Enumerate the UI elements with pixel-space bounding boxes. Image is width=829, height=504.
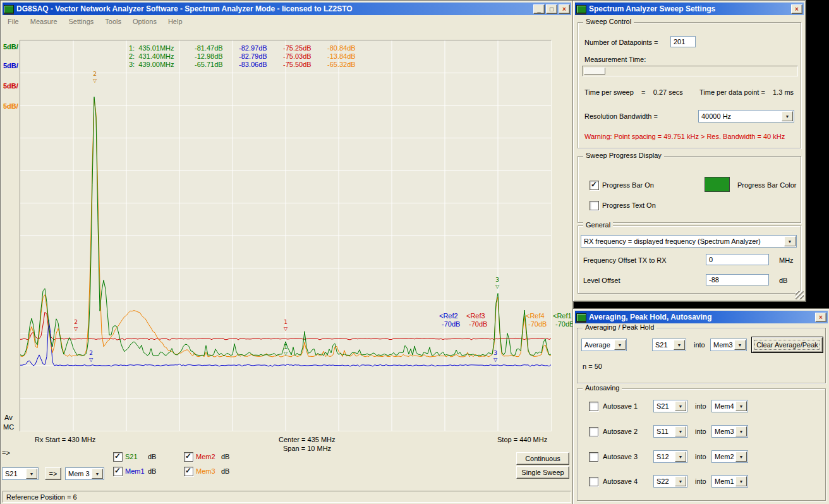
close-icon[interactable]: × <box>815 313 826 322</box>
marker-value: -65.71dB <box>195 61 239 68</box>
autosave-2-target-dropdown[interactable]: Mem3 ▼ <box>711 425 748 438</box>
autosave-4-source-dropdown[interactable]: S22 ▼ <box>653 475 687 488</box>
svg-text:2: 2 <box>89 350 93 356</box>
chevron-down-icon: ▼ <box>675 452 686 462</box>
scale-label-mem1: 5dB/ <box>3 62 18 69</box>
assign-button[interactable]: => <box>45 467 61 480</box>
measurement-time-slider[interactable] <box>582 66 798 76</box>
minimize-button[interactable]: _ <box>533 4 545 14</box>
marker-value: -83.06dB <box>239 61 283 68</box>
into-label: into <box>695 453 706 460</box>
average-source-dropdown[interactable]: S21 ▼ <box>652 339 686 351</box>
autosave-1-target-dropdown[interactable]: Mem4 ▼ <box>711 400 748 412</box>
app-icon <box>576 5 586 13</box>
scale-label-mem2: 5dB/ <box>3 82 18 90</box>
spectrum-plot[interactable]: 2▽2▽2▽1▽1▽3▽3▽ 1: 435.01MHz -81.47dB -82… <box>20 40 552 431</box>
sweep-progress-group: Sweep Progress Display Progress Bar On P… <box>578 156 801 223</box>
scale-label-mem3: 5dB/ <box>3 102 18 110</box>
sweep-window-title: Spectrum Analyzer Sweep Settings <box>589 4 790 13</box>
level-offset-unit: dB <box>779 277 787 284</box>
level-offset-input[interactable]: -88 <box>706 274 769 285</box>
rbw-label: Resolution Bandwidth = <box>584 112 658 120</box>
menu-tools[interactable]: Tools <box>105 18 121 25</box>
mem3-unit-label: dB <box>221 467 229 475</box>
close-icon[interactable]: × <box>791 4 802 14</box>
progress-text-on-checkbox[interactable] <box>590 201 599 210</box>
clear-average-button[interactable]: Clear Average/Peak <box>752 337 823 352</box>
app-icon <box>4 5 14 13</box>
menu-file[interactable]: File <box>8 18 19 25</box>
mem3-checkbox[interactable] <box>184 467 193 476</box>
sweep-titlebar[interactable]: Spectrum Analyzer Sweep Settings × <box>575 3 804 15</box>
svg-text:▽: ▽ <box>93 78 97 83</box>
ref-name: <Ref3 <box>466 312 499 320</box>
marker-freq: 2: 431.40MHz <box>129 52 195 60</box>
svg-text:▽: ▽ <box>493 357 498 363</box>
autosave-2-label: Autosave 2 <box>603 428 638 435</box>
s21-checkbox-label: S21 <box>125 453 138 460</box>
menu-settings[interactable]: Settings <box>69 18 94 25</box>
menu-help[interactable]: Help <box>168 18 183 25</box>
autosave-2-source-dropdown[interactable]: S11 ▼ <box>653 425 687 438</box>
progress-bar-on-checkbox[interactable] <box>590 181 599 190</box>
slider-thumb[interactable] <box>584 68 605 75</box>
autosave-3-target-dropdown[interactable]: Mem2 ▼ <box>711 450 748 463</box>
marker-value: -75.50dB <box>283 61 327 68</box>
clear-average-label: Clear Average/Peak <box>756 341 818 349</box>
chevron-down-icon: ▼ <box>675 476 686 486</box>
measurement-time-label: Measurement Time: <box>584 56 646 63</box>
frequency-offset-input[interactable]: 0 <box>706 254 769 265</box>
svg-text:2: 2 <box>74 319 78 325</box>
rx-frequency-dropdown[interactable]: RX frequency = displayed frequency (Spec… <box>581 235 797 248</box>
svg-text:▽: ▽ <box>495 284 500 289</box>
group-label: Sweep Progress Display <box>583 152 664 159</box>
ref-label-mem2: <Ref3 -70dB <box>466 312 499 328</box>
average-mode-dropdown[interactable]: Average ▼ <box>581 339 627 351</box>
marker-value: -82.79dB <box>239 52 283 60</box>
rx-frequency-value: RX frequency = displayed frequency (Spec… <box>584 237 796 245</box>
frequency-offset-unit: MHz <box>779 256 794 264</box>
mem2-checkbox[interactable] <box>184 452 193 462</box>
autosave-3-checkbox[interactable] <box>589 452 598 462</box>
marker-value: -82.97dB <box>239 44 283 52</box>
averaging-indicator: Av <box>4 414 13 421</box>
average-count-label: n = 50 <box>583 363 602 370</box>
single-sweep-button[interactable]: Single Sweep <box>516 466 569 479</box>
trace-select-dropdown[interactable]: S21 ▼ <box>2 467 39 480</box>
s21-checkbox[interactable] <box>113 452 123 462</box>
progress-bar-color-swatch[interactable] <box>705 177 730 192</box>
mem3-checkbox-label: Mem3 <box>196 467 215 475</box>
sweep-control-group: Sweep Control Number of Datapoints = 201… <box>578 22 801 148</box>
averaging-titlebar[interactable]: Averaging, Peak Hold, Autosaving × <box>575 311 828 323</box>
average-target-dropdown[interactable]: Mem3 ▼ <box>710 339 747 351</box>
progress-text-on-label: Progress Text On <box>602 201 656 209</box>
svg-text:▽: ▽ <box>74 326 78 332</box>
status-bar: Reference Position = 6 <box>3 491 571 503</box>
marker-value: -13.84dB <box>327 52 372 60</box>
mem2-unit-label: dB <box>221 453 229 460</box>
mem-select-dropdown[interactable]: Mem 3 ▼ <box>65 467 104 480</box>
autosave-4-target-dropdown[interactable]: Mem1 ▼ <box>711 475 748 488</box>
group-label: Averaging / Peak Hold <box>583 323 657 331</box>
autosave-1-checkbox[interactable] <box>589 402 598 411</box>
menu-options[interactable]: Options <box>133 18 157 25</box>
mem1-checkbox[interactable] <box>113 467 123 476</box>
resize-grip[interactable] <box>796 291 804 299</box>
autosave-4-checkbox[interactable] <box>589 477 598 486</box>
autosave-1-source-dropdown[interactable]: S21 ▼ <box>653 400 687 412</box>
main-titlebar[interactable]: DG8SAQ - Vector Network Analyzer Softwar… <box>3 3 571 15</box>
continuous-button[interactable]: Continuous <box>516 452 569 465</box>
svg-text:1: 1 <box>284 319 287 325</box>
marker-value: -81.47dB <box>195 44 239 52</box>
into-label: into <box>695 428 706 435</box>
maximize-button[interactable]: □ <box>546 4 557 14</box>
marker-freq: 1: 435.01MHz <box>129 44 195 52</box>
datapoints-label: Number of Datapoints = <box>584 39 658 46</box>
autosave-3-source-dropdown[interactable]: S12 ▼ <box>653 450 687 463</box>
menu-measure[interactable]: Measure <box>30 18 57 25</box>
rbw-dropdown[interactable]: 40000 Hz ▼ <box>698 110 794 123</box>
close-icon[interactable]: × <box>559 4 570 14</box>
datapoints-input[interactable]: 201 <box>670 36 696 47</box>
autosave-2-checkbox[interactable] <box>589 427 598 436</box>
svg-text:▽: ▽ <box>89 357 94 363</box>
